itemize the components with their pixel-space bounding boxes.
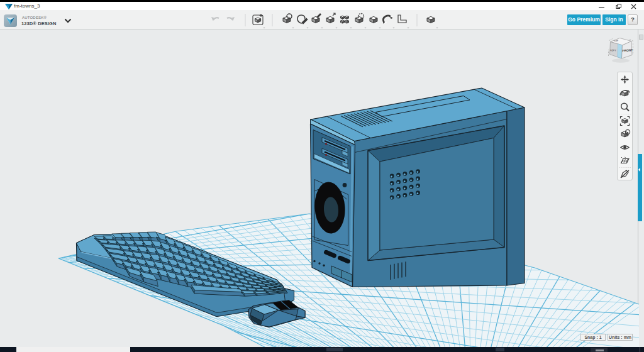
svg-text:LEFT: LEFT — [610, 49, 616, 52]
